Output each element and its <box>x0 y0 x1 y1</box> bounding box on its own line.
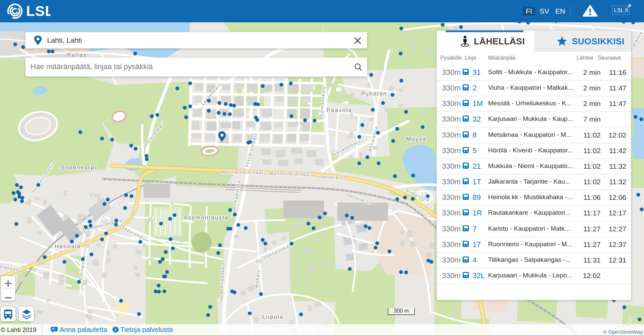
svg-text:Mannerheiminkatu: Mannerheiminkatu <box>222 170 267 175</box>
svg-text:Liipola: Liipola <box>262 314 283 320</box>
svg-text:Asemantausta: Asemantausta <box>184 214 229 221</box>
svg-text:Paavola: Paavola <box>326 107 352 113</box>
svg-text:Sopenkorpi: Sopenkorpi <box>61 164 97 171</box>
svg-text:Hennala: Hennala <box>55 243 81 250</box>
svg-text:Möysä: Möysä <box>406 136 426 142</box>
svg-text:Pyhätön: Pyhätön <box>361 90 387 97</box>
svg-text:LSL: LSL <box>26 3 51 19</box>
